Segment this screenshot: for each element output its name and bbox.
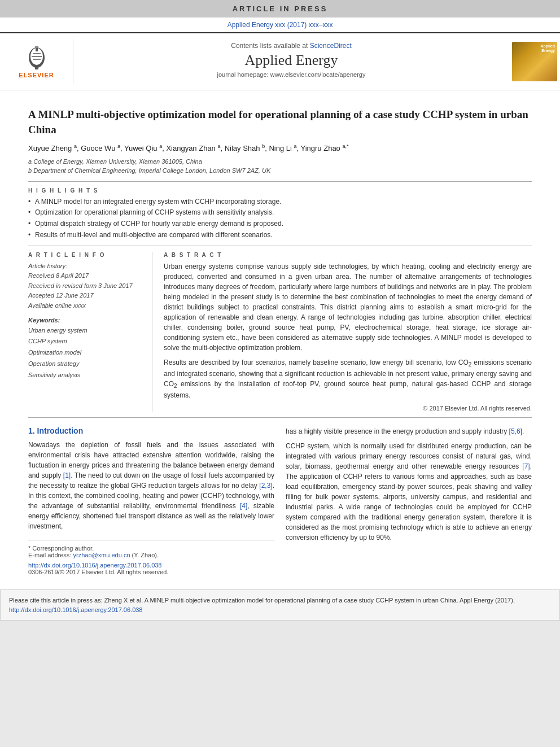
article-history: Article history: Received 8 April 2017 R… <box>28 261 143 311</box>
available-date: Available online xxxx <box>28 301 143 311</box>
received-date: Received 8 April 2017 <box>28 271 143 281</box>
cite-text: Please cite this article in press as: Zh… <box>9 597 515 604</box>
history-label: Article history: <box>28 261 143 272</box>
journal-reference: Applied Energy xxx (2017) xxx–xxx <box>0 18 560 32</box>
page-wrapper: ARTICLE IN PRESS Applied Energy xxx (201… <box>0 0 560 621</box>
content-area: A MINLP multi-objective optimization mod… <box>0 90 560 584</box>
journal-title: Applied Energy <box>85 52 498 69</box>
footnote-area: * Corresponding author. E-mail address: … <box>28 540 274 575</box>
intro-body-left: Nowadays the depletion of fossil fuels a… <box>28 440 274 531</box>
revised-date: Received in revised form 3 June 2017 <box>28 281 143 291</box>
sciencedirect-link[interactable]: Contents lists available at ScienceDirec… <box>85 42 498 50</box>
ref-1[interactable]: [1] <box>63 471 71 479</box>
keywords-list: Urban energy system CCHP system Optimiza… <box>28 325 143 381</box>
main-content: 1. Introduction Nowadays the depletion o… <box>28 426 532 575</box>
ref-2-3[interactable]: [2,3] <box>259 482 272 490</box>
ref-4[interactable]: [4] <box>240 502 247 510</box>
keyword-2: CCHP system <box>28 336 143 347</box>
accepted-date: Accepted 12 June 2017 <box>28 291 143 301</box>
contents-text: Contents lists available at <box>231 42 308 50</box>
keywords-label: Keywords: <box>28 317 143 324</box>
doi-link[interactable]: http://dx.doi.org/10.1016/j.apenergy.201… <box>28 562 161 569</box>
ae-logo-box: AppliedEnergy <box>512 42 557 81</box>
affiliation-b: b Department of Chemical Engineering, Im… <box>28 166 532 176</box>
email-link[interactable]: yrzhao@xmu.edu.cn <box>73 552 130 558</box>
keyword-3: Optimization model <box>28 347 143 359</box>
journal-homepage: journal homepage: www.elsevier.com/locat… <box>85 71 498 78</box>
highlight-item-3: Optimal dispatch strategy of CCHP for ho… <box>28 219 532 229</box>
svg-point-7 <box>35 46 38 48</box>
article-title: A MINLP multi-objective optimization mod… <box>28 107 532 137</box>
highlights-label: H I G H L I G H T S <box>28 187 532 194</box>
doi-link-line: http://dx.doi.org/10.1016/j.apenergy.201… <box>28 562 274 569</box>
keyword-5: Sensitivity analysis <box>28 370 143 381</box>
authors-line: Xuyue Zheng a, Guoce Wu a, Yuwei Qiu a, … <box>28 143 532 152</box>
article-info-abstract: A R T I C L E I N F O Article history: R… <box>28 252 532 412</box>
authors-text: Xuyue Zheng a, Guoce Wu a, Yuwei Qiu a, … <box>28 144 348 152</box>
journal-header: ELSEVIER Contents lists available at Sci… <box>0 32 560 90</box>
highlight-item-1: A MINLP model for an integrated energy s… <box>28 197 532 207</box>
introduction-two-col: 1. Introduction Nowadays the depletion o… <box>28 426 532 575</box>
applied-energy-logo: AppliedEnergy <box>509 39 560 84</box>
divider-1 <box>28 181 532 182</box>
ae-logo-text: AppliedEnergy <box>540 44 555 54</box>
abstract-text: Urban energy systems comprise various su… <box>164 261 532 401</box>
article-in-press-text: ARTICLE IN PRESS <box>233 5 328 13</box>
highlights-section: H I G H L I G H T S A MINLP model for an… <box>28 187 532 240</box>
citation-box: Please cite this article in press as: Zh… <box>0 589 560 621</box>
intro-left: 1. Introduction Nowadays the depletion o… <box>28 426 274 575</box>
highlight-item-4: Results of multi-level and multi-objecti… <box>28 230 532 240</box>
divider-2 <box>28 246 532 246</box>
intro-heading: 1. Introduction <box>28 426 274 435</box>
copyright-notice: © 2017 Elsevier Ltd. All rights reserved… <box>164 405 532 412</box>
homepage-text: journal homepage: www.elsevier.com/locat… <box>217 71 366 78</box>
article-info-label: A R T I C L E I N F O <box>28 252 143 258</box>
issn-line: 0306-2619/© 2017 Elsevier Ltd. All right… <box>28 569 274 575</box>
abstract-section: A B S T R A C T Urban energy systems com… <box>164 252 532 412</box>
intro-para-1: Nowadays the depletion of fossil fuels a… <box>28 440 274 531</box>
affiliations: a College of Energy, Xiamen University, … <box>28 157 532 176</box>
journal-ref-text: Applied Energy xxx (2017) xxx–xxx <box>228 21 333 29</box>
keyword-4: Operation strategy <box>28 359 143 370</box>
ref-7[interactable]: [7] <box>522 462 530 470</box>
intro-body-right: has a highly visible presence in the ene… <box>286 426 532 543</box>
intro-para-right-1: has a highly visible presence in the ene… <box>286 426 532 436</box>
abstract-paragraph-1: Urban energy systems comprise various su… <box>164 261 532 353</box>
elsevier-logo: ELSEVIER <box>0 39 73 84</box>
abstract-label: A B S T R A C T <box>164 252 532 258</box>
elsevier-label: ELSEVIER <box>19 72 54 78</box>
intro-para-right-2: CCHP system, which is normally used for … <box>286 441 532 543</box>
elsevier-icon <box>23 45 51 72</box>
affiliation-a: a College of Energy, Xiamen University, … <box>28 157 532 167</box>
abstract-paragraph-2: Results are described by four scenarios,… <box>164 357 532 401</box>
ref-5-6[interactable]: [5,6] <box>509 427 522 435</box>
sciencedirect-anchor[interactable]: ScienceDirect <box>310 42 352 50</box>
journal-info: Contents lists available at ScienceDirec… <box>73 39 509 84</box>
cite-doi-link[interactable]: http://dx.doi.org/10.1016/j.apenergy.201… <box>9 606 142 613</box>
article-info-section: A R T I C L E I N F O Article history: R… <box>28 252 152 412</box>
intro-right: has a highly visible presence in the ene… <box>286 426 532 575</box>
article-in-press-banner: ARTICLE IN PRESS <box>0 0 560 18</box>
divider-3 <box>28 417 532 418</box>
corresponding-author-note: * Corresponding author. <box>28 545 274 552</box>
highlight-item-2: Optimization for operational planning of… <box>28 208 532 217</box>
keyword-1: Urban energy system <box>28 325 143 337</box>
email-line: E-mail address: yrzhao@xmu.edu.cn (Y. Zh… <box>28 552 274 558</box>
elsevier-tree-icon <box>23 45 51 71</box>
